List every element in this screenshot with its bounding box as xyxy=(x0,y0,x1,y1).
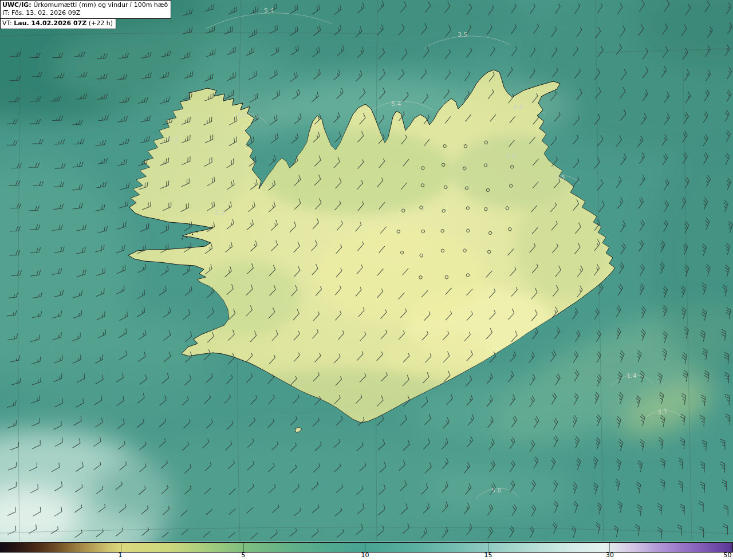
colorbar-tick-label: 10 xyxy=(361,552,369,559)
colorbar-labels: 1510153050 xyxy=(0,553,733,560)
valid-time: Lau. 14.02.2026 07Z xyxy=(14,19,86,27)
product-title-text: Úrkomumætti (mm) og vindur í 100m hæð xyxy=(31,1,168,9)
contour-label: 1.4 xyxy=(626,372,637,380)
contour-label: 5.5 xyxy=(237,112,247,119)
colorbar-tick xyxy=(243,543,244,552)
valid-time-prefix: VT: xyxy=(2,19,14,27)
colorbar-tick xyxy=(609,543,610,552)
colorbar-tick-label: 30 xyxy=(606,552,614,559)
colorbar-tick-label: 5 xyxy=(241,552,245,559)
contour-label: 2.8 xyxy=(506,152,516,160)
colorbar-tick xyxy=(488,543,488,552)
colorbar-legend: 1510153050 xyxy=(0,542,733,560)
map-title-block: UWC/IG: Úrkomumætti (mm) og vindur í 100… xyxy=(0,0,171,29)
colorbar-tick-label: 50 xyxy=(723,552,731,559)
product-title: UWC/IG: Úrkomumætti (mm) og vindur í 100… xyxy=(2,1,168,9)
contour-label: 5.4 xyxy=(264,7,274,14)
weather-map: 5.43.55.44.85.52.32.82.52.31.43.75.0 xyxy=(0,0,733,543)
contour-label: 4.8 xyxy=(513,103,523,111)
contour-label: 3.5 xyxy=(458,31,468,38)
contour-label: 5.4 xyxy=(391,100,401,108)
colorbar-tick-label: 15 xyxy=(484,552,492,559)
contour-label: 2.3 xyxy=(215,209,225,216)
model-id: UWC/IG: xyxy=(2,1,31,9)
title-box: UWC/IG: Úrkomumætti (mm) og vindur í 100… xyxy=(0,0,171,19)
forecast-chart-page: 5.43.55.44.85.52.32.82.52.31.43.75.0 UWC… xyxy=(0,0,733,560)
colorbar-tick xyxy=(365,543,365,552)
contour-label: 2.5 xyxy=(555,173,565,181)
colorbar-tick xyxy=(121,543,121,552)
valid-time-suffix: (+22 h) xyxy=(86,19,113,27)
valid-time-box: VT: Lau. 14.02.2026 07Z (+22 h) xyxy=(0,18,116,29)
contour-label: 3.7 xyxy=(657,408,668,416)
colorbar-tick xyxy=(731,543,731,552)
init-time: IT: Fös. 13. 02. 2026 09Z xyxy=(2,9,168,17)
colorbar-tick-label: 1 xyxy=(118,552,122,559)
